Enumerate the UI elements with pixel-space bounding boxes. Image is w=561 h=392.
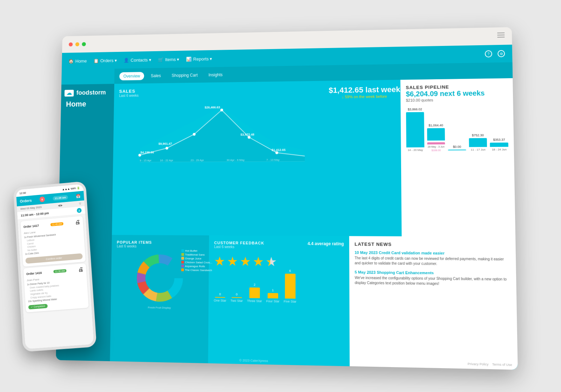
sales-chart-svg: 9 - 15 Apr 16 - 22 Apr 23 - 29 Apr 30 Ap… — [118, 99, 327, 169]
news-item-1: 10 May 2023 Credit Card validation made … — [354, 250, 510, 267]
order-1-id: Order 1417 — [23, 224, 39, 229]
main-content: $1,412.65 last week ↓ 59% on the week be… — [110, 78, 518, 370]
data-point — [275, 151, 278, 154]
browser-menu-icon[interactable] — [497, 33, 505, 38]
bar-11-17jun: $752.30 11 - 17 Jun — [469, 134, 487, 151]
two-star-bar: 0 Two Star — [230, 292, 243, 303]
five-star-bar: 6 Five Star — [284, 269, 296, 303]
completed-badge: ✓ Completed — [28, 304, 47, 309]
tab-insights[interactable]: Insights — [204, 70, 227, 79]
nav-orders[interactable]: 📋 Orders ▾ — [93, 58, 117, 63]
sales-chart: 9 - 15 Apr 16 - 22 Apr 23 - 29 Apr 30 Ap… — [118, 99, 327, 169]
phone-time: 12:30 — [19, 191, 26, 195]
star-1: ★ — [214, 254, 225, 269]
rating-bar-chart: 0 One Star 0 Two Star 2 Three Sta — [214, 274, 344, 304]
news-text-2: We've increased the configurability opti… — [355, 275, 511, 287]
star-3: ★ — [240, 254, 251, 269]
donut-legend: Hot Buffet Traditional Sanc Orange Juice — [181, 249, 212, 272]
logo-text: foodstorm — [76, 89, 106, 96]
bar-18-24jun: $353.37 18 - 24 Jun — [490, 138, 508, 151]
pipeline-section: SALES PIPELINE $6,204.09 next 6 weeks $2… — [400, 78, 515, 237]
expand-icon[interactable]: ▽ — [79, 202, 81, 205]
feedback-average: 4.4 average rating — [307, 241, 344, 246]
star-4: ★ — [253, 254, 264, 269]
page-title: Home — [64, 99, 111, 109]
order-2-items: 1x Dinner Party for 10 Oven roasted baby… — [27, 278, 86, 303]
news-date-2: 5 May 2023 Shopping Cart Enhancements — [355, 270, 511, 276]
svg-point-9 — [149, 267, 170, 288]
phone-signal: ▲▲▲ WiFi 🔋 — [62, 186, 80, 191]
browser-minimize-dot[interactable] — [75, 42, 79, 47]
chart-value: $1,412.65 — [272, 148, 286, 151]
app-container: 🏠 Home 📋 Orders ▾ 👤 Contacts ▾ 🛒 Items ▾… — [56, 45, 518, 370]
feedback-header: CUSTOMER FEEDBACK Last 6 weeks 4.4 avera… — [214, 241, 344, 249]
popular-items-subtitle: Last 6 weeks — [117, 244, 204, 248]
calendar-icon: 📅 — [76, 194, 81, 198]
nav-right-icons: ? ⚙ — [485, 50, 505, 58]
order-2-time-badge: 11:30 AM — [53, 269, 67, 273]
tab-shopping-cart[interactable]: Shopping Cart — [168, 71, 202, 80]
pipeline-quotes: $210.00 quotes — [406, 97, 508, 102]
nav-items[interactable]: 🛒 Items ▾ — [158, 57, 180, 62]
order-1-time: 11:45 AM — [50, 222, 63, 226]
tab-overview[interactable]: Overview — [119, 72, 144, 80]
news-item-2: 5 May 2023 Shopping Cart Enhancements We… — [355, 270, 511, 287]
tab-sales[interactable]: Sales — [147, 72, 165, 80]
chart-value: $9,901.47 — [158, 142, 172, 146]
revenue-amount: $1,412.65 last week — [329, 85, 400, 95]
settings-icon[interactable]: ⚙ — [498, 50, 505, 57]
browser-close-dot[interactable] — [69, 42, 73, 47]
nav-contacts[interactable]: 👤 Contacts ▾ — [124, 57, 151, 63]
time-slot-text: 11:00 am - 12:00 pm — [21, 211, 49, 217]
chart-label: 30 Apr - 6 May — [227, 158, 244, 162]
browser-maximize-dot[interactable] — [82, 42, 86, 46]
time-display: 11:29 am — [53, 195, 68, 201]
chart-label: 7 - 13 May — [266, 158, 280, 161]
order-2-id: Order 1416 — [26, 271, 42, 276]
chart-value: $26,466.63 — [205, 106, 220, 109]
nav-arrows[interactable]: ◀ ▶ — [58, 204, 63, 207]
star-5-half: ★★ — [265, 254, 277, 269]
terms-link[interactable]: Terms of Use — [492, 363, 512, 367]
pipeline-bar-chart: $3,866.02 14 - 20 May $1,064.40 28 May -… — [406, 105, 508, 152]
bar-28may-3jun: $1,064.40 28 May - 3 Jun $168.00 — [427, 123, 445, 151]
pipeline-amount: $6,204.09 next 6 weeks — [406, 89, 507, 98]
phone-date-text: Wed 03 May 2023 — [20, 205, 42, 210]
donut-bottom-label: Fresh Fruit Display — [116, 305, 203, 310]
star-2: ★ — [227, 254, 238, 269]
order-card-2: Order 1416 11:30 AM 🖨 Joan Pane 1x Dinne… — [23, 263, 88, 312]
chart-value: $3,472.48 — [241, 133, 255, 136]
revenue-header: $1,412.65 last week ↓ 59% on the week be… — [329, 80, 401, 104]
phone-header-title: Orders — [20, 198, 32, 203]
slot-badge: 2 — [77, 208, 82, 213]
order-2-icon: 🖨 — [78, 266, 83, 273]
privacy-policy-link[interactable]: Privacy Policy — [468, 362, 489, 366]
bar-0: $0.00 — [448, 145, 466, 151]
footer-links: Privacy Policy Terms of Use — [468, 362, 512, 367]
donut-chart — [132, 250, 188, 306]
orders-badge: 8 — [39, 196, 45, 202]
star-rating: ★ ★ ★ ★ ★★ — [214, 254, 344, 270]
news-text-1: The last 4 digits of credit cards can no… — [354, 256, 510, 267]
sales-section: SALES Last 6 weeks — [112, 81, 333, 236]
news-date-1: 10 May 2023 Credit Card validation made … — [354, 250, 510, 256]
feedback-subtitle: Last 6 weeks — [214, 245, 264, 249]
news-title: LATEST NEWS — [354, 241, 510, 248]
one-star-bar: 0 One Star — [214, 292, 227, 302]
nav-reports[interactable]: 📊 Reports ▾ — [186, 56, 212, 62]
bottom-sections: POPULAR ITEMS Last 6 weeks — [110, 235, 518, 370]
help-icon[interactable]: ? — [485, 50, 492, 57]
chart-label: 16 - 22 Apr — [160, 159, 173, 162]
order-1-items: 1x Fresh Wholemeal Sandwich Lettuce Carr… — [24, 231, 82, 256]
chart-label: 23 - 29 Apr — [190, 158, 204, 162]
feedback-section: CUSTOMER FEEDBACK Last 6 weeks 4.4 avera… — [208, 235, 350, 366]
nav-home[interactable]: 🏠 Home — [68, 58, 87, 63]
phone-screen: 12:30 ▲▲▲ WiFi 🔋 Orders 8 11:29 am 📅 Wed… — [16, 184, 94, 349]
browser-window: 🏠 Home 📋 Orders ▾ 👤 Contacts ▾ 🛒 Items ▾… — [56, 27, 518, 370]
logo: foodstorm — [65, 89, 111, 97]
four-star-bar: 1 Four Star — [266, 288, 279, 303]
chart-value: $4,198.96 — [141, 150, 154, 154]
news-section: LATEST NEWS 10 May 2023 Credit Card vali… — [349, 236, 518, 370]
popular-items-section: POPULAR ITEMS Last 6 weeks — [110, 235, 209, 363]
chart-label: 9 - 15 Apr — [140, 159, 151, 162]
